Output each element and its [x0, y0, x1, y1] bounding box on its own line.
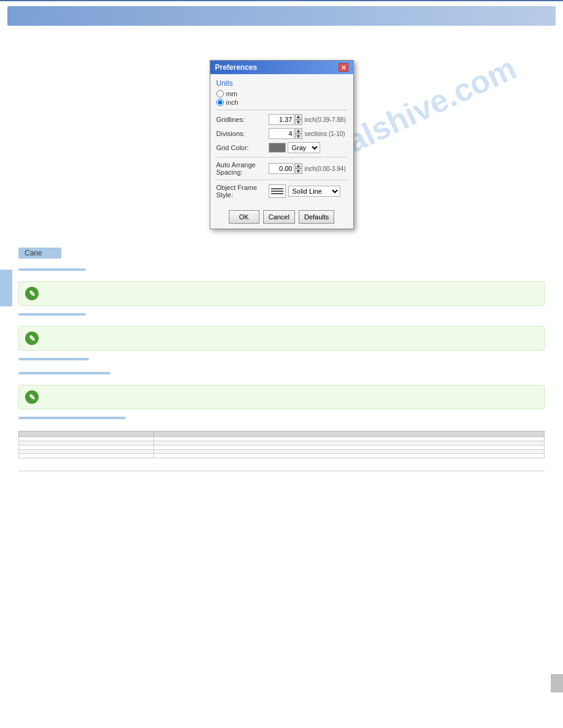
frame-style-label: Object Frame Style:	[216, 184, 269, 199]
gridlines-spin-down[interactable]: ▼	[295, 119, 302, 125]
gridlines-label: Gridlines:	[216, 116, 269, 123]
top-border	[0, 0, 563, 1]
divisions-input[interactable]	[269, 128, 294, 139]
note-icon-3: ✎	[25, 390, 39, 404]
dialog-title: Preferences	[215, 63, 258, 72]
table-cell-5-2	[154, 454, 545, 458]
frame-line-2	[271, 191, 283, 192]
note-box-2: ✎	[18, 326, 545, 351]
table-cell-4-2	[154, 450, 545, 454]
color-swatch	[269, 143, 286, 153]
divider2	[216, 157, 347, 157]
gridlines-hint: inch(0.39-7.88)	[305, 116, 346, 123]
table-cell-3-2	[154, 446, 545, 450]
auto-spacing-spin-down[interactable]: ▼	[295, 169, 302, 174]
table-cell-5-1	[19, 454, 154, 458]
gridlines-spinner[interactable]: ▲ ▼	[295, 114, 302, 125]
gridlines-input[interactable]: 1.37	[269, 114, 294, 125]
table-row	[19, 441, 545, 446]
divisions-spin-down[interactable]: ▼	[295, 134, 302, 139]
note-box-3: ✎	[18, 385, 545, 409]
table-header-col2	[154, 431, 545, 437]
grid-color-label: Grid Color:	[216, 144, 269, 151]
frame-line-1	[271, 188, 283, 189]
radio-inch-label: inch	[226, 99, 239, 106]
ok-button[interactable]: OK	[229, 210, 259, 224]
section-heading-4	[18, 358, 89, 360]
note-icon-2: ✎	[25, 332, 39, 345]
table-cell-1-1	[19, 437, 154, 441]
header-bar	[7, 6, 556, 26]
divisions-spinner[interactable]: ▲ ▼	[295, 128, 302, 139]
section-heading-2	[18, 268, 86, 271]
divider3	[216, 180, 347, 180]
auto-spacing-input[interactable]	[269, 163, 294, 174]
table-cell-1-2	[154, 437, 545, 441]
bottom-border	[18, 471, 545, 471]
frame-line-3	[271, 193, 283, 194]
defaults-button[interactable]: Defaults	[299, 210, 334, 224]
right-sidebar-tab	[551, 674, 563, 692]
grid-color-select[interactable]: Gray Black Blue	[288, 142, 320, 153]
divisions-hint: sections (1-10)	[305, 131, 345, 137]
auto-spacing-spinner[interactable]: ▲ ▼	[295, 163, 302, 174]
color-select-wrapper: Gray Black Blue	[269, 142, 320, 153]
table-cell-3-1	[19, 446, 154, 450]
data-table	[18, 431, 545, 458]
left-sidebar-tab	[0, 270, 12, 306]
section-heading-6	[18, 417, 126, 419]
auto-spacing-row: Auto Arrange Spacing: ▲ ▼ inch(0.00-3.94…	[216, 161, 347, 176]
divider1	[216, 110, 347, 110]
units-label: Units	[216, 79, 347, 88]
frame-lines	[271, 188, 283, 194]
frame-icon	[269, 184, 286, 198]
dialog-titlebar: Preferences ✕	[210, 61, 353, 74]
gridlines-row: Gridlines: 1.37 ▲ ▼ inch(0.39-7.88)	[216, 114, 347, 125]
table-cell-4-1	[19, 450, 154, 454]
auto-spacing-spin-up[interactable]: ▲	[295, 163, 302, 169]
table-row	[19, 454, 545, 458]
dialog-close-button[interactable]: ✕	[339, 63, 348, 72]
note-icon-1: ✎	[25, 287, 39, 300]
table-header-col1	[19, 431, 154, 437]
section-heading-1: Cane	[18, 248, 61, 259]
spacer1	[18, 241, 545, 248]
radio-mm-row: mm	[216, 90, 347, 97]
section-heading-3	[18, 313, 86, 316]
dialog-buttons: OK Cancel Defaults	[210, 207, 353, 229]
section-heading-5	[18, 372, 110, 374]
auto-spacing-hint: inch(0.00-3.94)	[305, 165, 346, 172]
radio-mm[interactable]	[216, 90, 224, 97]
dialog-body: Units mm inch Gridlines: 1.37 ▲ ▼	[210, 74, 353, 207]
auto-spacing-label: Auto Arrange Spacing:	[216, 161, 269, 176]
frame-style-row: Object Frame Style: Solid Line Dashed Li…	[216, 184, 347, 199]
frame-style-wrapper: Solid Line Dashed Line No Line	[269, 184, 340, 198]
table-cell-2-2	[154, 441, 545, 446]
frame-style-select[interactable]: Solid Line Dashed Line No Line	[288, 186, 340, 197]
radio-inch-row: inch	[216, 99, 347, 106]
grid-color-row: Grid Color: Gray Black Blue	[216, 142, 347, 153]
table-row	[19, 450, 545, 454]
radio-mm-label: mm	[226, 90, 237, 97]
note-box-1: ✎	[18, 281, 545, 306]
divisions-spin-up[interactable]: ▲	[295, 128, 302, 134]
radio-inch[interactable]	[216, 99, 224, 106]
cancel-button[interactable]: Cancel	[263, 210, 295, 224]
preferences-dialog: Preferences ✕ Units mm inch Gridlin	[210, 60, 354, 229]
divisions-row: Divisions: ▲ ▼ sections (1-10)	[216, 128, 347, 139]
table-cell-2-1	[19, 441, 154, 446]
table-row	[19, 446, 545, 450]
table-row	[19, 437, 545, 441]
divisions-label: Divisions:	[216, 130, 269, 137]
gridlines-spin-up[interactable]: ▲	[295, 114, 302, 119]
